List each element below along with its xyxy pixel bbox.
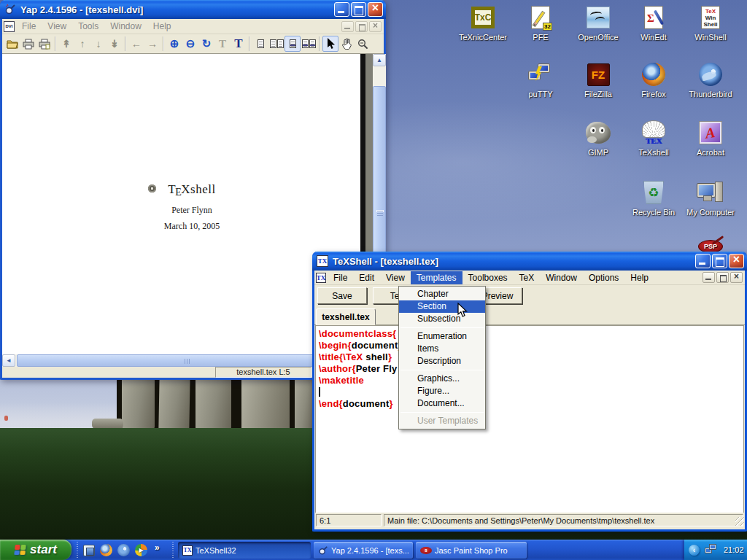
desktop-icon-texniccenter[interactable]: TxCTeXnicCenter: [457, 4, 509, 42]
zoom-in-icon[interactable]: ⊕: [166, 36, 182, 52]
texshell-menu-help[interactable]: Help: [624, 271, 654, 284]
forward-icon[interactable]: →: [144, 36, 160, 52]
menu-item-enumeration[interactable]: Enumeration: [399, 330, 485, 343]
texshell-menu-tex[interactable]: TeX: [514, 271, 541, 284]
scroll-left-button[interactable]: ◄: [2, 354, 15, 367]
desktop-icon-label: TeXshell: [627, 148, 680, 157]
refresh-icon[interactable]: ↻: [198, 36, 214, 52]
texshell-menu-toolboxes[interactable]: Toolboxes: [462, 271, 514, 284]
texshell-menu-window[interactable]: Window: [540, 271, 583, 284]
network-icon[interactable]: [705, 544, 718, 556]
desktop-icon-acrobat[interactable]: AAcrobat: [684, 120, 737, 157]
texshell-titlebar[interactable]: TX TeXShell - [texshell.tex]: [312, 252, 747, 271]
save-button[interactable]: Save: [317, 287, 367, 304]
menu-item-chapter[interactable]: Chapter: [399, 288, 485, 300]
texshell-minimize-button[interactable]: [695, 254, 711, 268]
dvi-page[interactable]: TEXshell Peter Flynn March 10, 2005: [2, 54, 365, 354]
menu-item-subsection[interactable]: Subsection: [399, 313, 485, 325]
desktop-icon-mycomputer[interactable]: My Computer: [684, 179, 737, 217]
texshell-tabrow: texshell.tex: [314, 306, 745, 325]
desktop-icon-putty[interactable]: puTTY: [514, 61, 567, 98]
start-button[interactable]: start: [0, 540, 71, 560]
scroll-up-button[interactable]: ▲: [373, 54, 386, 66]
single-page-view-icon[interactable]: [252, 36, 268, 52]
desktop-icon-firefox[interactable]: Firefox: [627, 61, 680, 98]
menu-item-description[interactable]: Description: [399, 355, 485, 368]
yap-mdi-minimize-icon[interactable]: [341, 21, 354, 32]
yap-mdi-restore-icon[interactable]: [355, 21, 368, 32]
desktop-icon-winedt[interactable]: ΣWinEdt: [627, 4, 680, 42]
acrobat-icon: A: [684, 120, 737, 146]
desktop-icon-recyclebin[interactable]: ♻Recycle Bin: [627, 179, 680, 217]
menu-item-items[interactable]: Items: [399, 343, 485, 355]
desktop-icon-texshell[interactable]: TEXTeXshell: [627, 120, 680, 157]
horizontal-scroll-thumb[interactable]: [17, 354, 357, 367]
first-page-icon[interactable]: ↟: [58, 36, 74, 52]
texshell-menu-file[interactable]: File: [328, 271, 353, 284]
print-icon[interactable]: [20, 36, 36, 52]
back-icon[interactable]: ←: [128, 36, 144, 52]
desktop-icon-thunderbird[interactable]: Thunderbird: [684, 61, 737, 98]
select-tool-icon[interactable]: [322, 36, 338, 52]
texshell-menu-edit[interactable]: Edit: [353, 271, 380, 284]
texshell-mdi-close-icon[interactable]: [730, 272, 743, 283]
taskbar-button-yap-2-4-1596-texs[interactable]: Yap 2.4.1596 - [texs...: [314, 542, 413, 559]
texshell-editor[interactable]: \documentclass{\begin{document}\title{\T…: [315, 325, 744, 513]
distant-figure: [4, 416, 8, 421]
texshell-menu-templates[interactable]: Templates: [411, 271, 462, 284]
yap-menu-help[interactable]: Help: [147, 20, 177, 33]
tab-texshell-tex[interactable]: texshell.tex: [316, 308, 376, 325]
quicklaunch-media-player-icon[interactable]: ▶: [134, 543, 148, 557]
taskbar-button-texshell32[interactable]: TXTeXShell32: [178, 542, 311, 559]
desktop-icon-winshell[interactable]: TeXWinShellWinShell: [684, 4, 737, 42]
last-page-icon[interactable]: ↡: [107, 36, 123, 52]
desktop-icon-openoffice[interactable]: OpenOffice: [572, 4, 624, 42]
text-mode-icon[interactable]: T: [231, 36, 247, 52]
desktop-icon-pfe[interactable]: 32PFE: [514, 4, 567, 42]
quicklaunch-overflow-chevron[interactable]: »: [155, 542, 160, 553]
quicklaunch-firefox-icon[interactable]: [99, 543, 113, 557]
menu-item-figure[interactable]: Figure...: [399, 385, 485, 397]
yap-menu-file[interactable]: File: [16, 20, 42, 33]
texshell-mdi-minimize-icon[interactable]: [703, 272, 715, 283]
tex-document-icon: TX: [316, 273, 326, 283]
menu-item-graphics[interactable]: Graphics...: [399, 373, 485, 385]
texshell-maximize-button[interactable]: [712, 254, 727, 268]
desktop-icon-gimp[interactable]: GIMP: [572, 120, 624, 157]
page-up-icon[interactable]: ↑: [74, 36, 90, 52]
desktop-icon-label: GIMP: [572, 148, 624, 157]
desktop-icon-filezilla[interactable]: FZFileZilla: [572, 61, 624, 98]
zoom-out-icon[interactable]: ⊖: [182, 36, 198, 52]
continuous-view-icon[interactable]: [285, 36, 301, 52]
print-page-icon[interactable]: [36, 36, 53, 52]
yap-menu-view[interactable]: View: [42, 20, 72, 33]
yap-minimize-button[interactable]: [334, 2, 349, 17]
ruler-text-icon[interactable]: T: [214, 36, 231, 52]
yap-mdi-close-icon[interactable]: [369, 21, 382, 32]
quicklaunch-show-desktop-icon[interactable]: [82, 543, 96, 557]
pan-tool-icon[interactable]: [338, 36, 355, 52]
texshell-close-button[interactable]: [729, 254, 744, 268]
taskbar: start ▶ » TXTeXShell32Yap 2.4.1596 - [te…: [0, 540, 747, 560]
yap-maximize-button[interactable]: [351, 2, 366, 17]
quicklaunch-thunderbird-icon[interactable]: [117, 543, 131, 557]
two-continuous-view-icon[interactable]: [301, 36, 317, 52]
resize-grip[interactable]: [735, 517, 744, 526]
open-icon[interactable]: [4, 36, 20, 52]
page-down-icon[interactable]: ↓: [90, 36, 107, 52]
magnifier-tool-icon[interactable]: [355, 36, 371, 52]
texshell-menu-view[interactable]: View: [380, 271, 411, 284]
texshell-mdi-restore-icon[interactable]: [716, 272, 729, 283]
taskbar-button-jasc-paint-shop-pro[interactable]: 8Jasc Paint Shop Pro: [416, 542, 527, 559]
yap-menu-tools[interactable]: Tools: [72, 20, 104, 33]
menu-item-document[interactable]: Document...: [399, 397, 485, 410]
yap-titlebar[interactable]: Yap 2.4.1596 - [texshell.dvi]: [0, 0, 386, 19]
tray-collapse-icon[interactable]: ‹: [689, 545, 700, 556]
texshell-menu-options[interactable]: Options: [583, 271, 624, 284]
yap-menu-window[interactable]: Window: [104, 20, 147, 33]
menu-item-section[interactable]: Section: [399, 300, 485, 313]
toolbar-separator: [319, 36, 320, 51]
menu-item-user-templates[interactable]: User Templates: [399, 415, 485, 427]
yap-close-button[interactable]: [368, 2, 383, 17]
two-page-view-icon[interactable]: [268, 36, 285, 52]
